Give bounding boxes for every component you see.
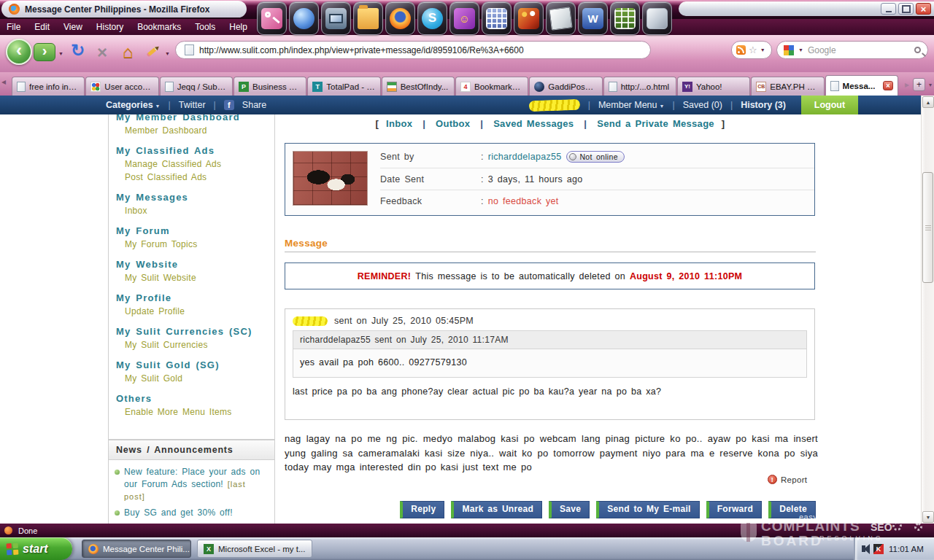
tab-user-account[interactable]: User account	[85, 77, 158, 96]
report-link[interactable]: Report	[768, 475, 807, 484]
scroll-up-icon[interactable]	[922, 96, 934, 108]
menu-help[interactable]: Help	[229, 22, 247, 32]
member-menu[interactable]: Member Menu	[598, 100, 665, 110]
sidebar-link-inbox[interactable]: Inbox	[125, 206, 267, 216]
google-icon[interactable]	[784, 45, 794, 55]
volume-icon[interactable]	[862, 545, 865, 552]
start-button[interactable]: start	[0, 537, 72, 560]
tab-jeqq[interactable]: Jeqq / Subm...	[160, 77, 233, 96]
tab-free-info[interactable]: free info ind...	[12, 77, 85, 96]
news-item[interactable]: Buy SG and get 30% off!	[115, 507, 269, 519]
feed-dropdown-icon[interactable]	[760, 47, 765, 52]
menu-history[interactable]: History	[96, 22, 123, 32]
cube-icon[interactable]	[642, 1, 672, 35]
saved-link[interactable]: Saved (0)	[683, 100, 722, 110]
excel-icon[interactable]	[610, 1, 640, 35]
sidebar-link-enable-more[interactable]: Enable More Menu Items	[125, 407, 267, 417]
tab-scroll-left-icon[interactable]	[1, 77, 6, 87]
page-scrollbar[interactable]	[921, 96, 934, 524]
bookmark-star-icon[interactable]	[749, 44, 757, 55]
notes-icon[interactable]	[546, 1, 576, 35]
calculator-icon[interactable]	[482, 1, 512, 35]
folder-icon[interactable]	[353, 1, 383, 35]
save-button[interactable]: Save	[549, 501, 590, 518]
url-bar[interactable]: http://www.sulit.com.ph/index.php/view+p…	[175, 41, 651, 59]
sidebar-link-sulit-gold[interactable]: My Sulit Gold	[125, 373, 267, 384]
search-engine-dropdown-icon[interactable]	[798, 47, 803, 52]
tab-close-icon[interactable]	[883, 81, 893, 90]
url-text[interactable]: http://www.sulit.com.ph/index.php/view+p…	[199, 45, 524, 55]
search-bar[interactable]: Google	[776, 41, 928, 59]
restore-button[interactable]	[898, 3, 914, 15]
scrollbar-thumb[interactable]	[922, 172, 933, 283]
display-icon[interactable]	[321, 1, 351, 35]
tab-bestofindy[interactable]: BestOfIndy...	[382, 77, 455, 96]
tab-scroll-right-icon[interactable]	[905, 79, 909, 90]
new-tab-button[interactable]	[913, 78, 925, 91]
stop-button[interactable]	[97, 42, 107, 63]
skype-icon[interactable]	[417, 1, 447, 35]
menu-edit[interactable]: Edit	[34, 22, 50, 32]
logout-button[interactable]: Logout	[801, 96, 858, 114]
taskbar-item-firefox[interactable]: Message Center Phili...	[82, 540, 191, 558]
sidebar-link-post-ads[interactable]: Post Classified Ads	[125, 172, 267, 182]
access-key-icon[interactable]	[257, 1, 287, 35]
saved-messages-link[interactable]: Saved Messages	[493, 118, 574, 129]
sidebar-link-member-dashboard[interactable]: Member Dashboard	[125, 125, 267, 136]
taskbar-item-excel[interactable]: Microsoft Excel - my t...	[197, 540, 312, 558]
sidebar-link-update-profile[interactable]: Update Profile	[125, 306, 267, 316]
tab-yahoo[interactable]: Yahoo!	[677, 77, 750, 96]
tab-totalpad[interactable]: TotalPad - S...	[307, 77, 380, 96]
menu-bookmarks[interactable]: Bookmarks	[137, 22, 181, 32]
menu-file[interactable]: File	[7, 22, 20, 32]
paint-icon[interactable]	[514, 1, 544, 35]
mark-as-unread-button[interactable]: Mark as Unread	[451, 501, 542, 518]
menu-view[interactable]: View	[63, 22, 82, 32]
facebook-icon[interactable]	[224, 100, 234, 110]
tab-bookmark4y[interactable]: Bookmark4Y...	[455, 77, 528, 96]
delete-button[interactable]: Delete	[768, 501, 816, 518]
forward-button[interactable]	[34, 43, 55, 61]
send-private-message-link[interactable]: Send a Private Message	[597, 118, 714, 129]
forward-button[interactable]: Forward	[706, 501, 762, 518]
sidebar-link-sulit-currencies[interactable]: My Sulit Currencies	[125, 340, 267, 350]
history-dropdown-icon[interactable]	[58, 51, 63, 56]
share-link[interactable]: Share	[242, 100, 266, 110]
inbox-link[interactable]: Inbox	[386, 118, 412, 129]
twitter-link[interactable]: Twitter	[179, 100, 206, 110]
word-icon[interactable]	[578, 1, 608, 35]
send-to-email-button[interactable]: Send to My E-mail	[596, 501, 699, 518]
sidebar-link-forum-topics[interactable]: My Forum Topics	[125, 239, 267, 249]
minimize-button[interactable]	[881, 3, 896, 15]
tab-gaddiposh[interactable]: GaddiPosh |...	[529, 77, 602, 96]
tab-html[interactable]: http:/...o.html	[603, 77, 676, 96]
menu-tools[interactable]: Tools	[195, 22, 215, 32]
sidebar-link-sulit-website[interactable]: My Sulit Website	[125, 273, 267, 283]
sender-username-link[interactable]: richarddelapaz55	[488, 152, 562, 162]
tab-message-center-active[interactable]: Messa...	[825, 75, 898, 96]
tab-ebay[interactable]: EBAY.PH an...	[751, 77, 824, 96]
reply-button[interactable]: Reply	[400, 501, 444, 518]
outbox-link[interactable]: Outbox	[436, 118, 470, 129]
close-button[interactable]	[916, 3, 931, 15]
sender-photo[interactable]	[293, 151, 368, 206]
rss-icon[interactable]	[736, 45, 746, 55]
search-icon[interactable]	[914, 47, 921, 53]
history-link[interactable]: History (3)	[741, 100, 786, 110]
tab-business[interactable]: Business Pla...	[234, 77, 306, 96]
sidebar-link-manage-ads[interactable]: Manage Classified Ads	[125, 159, 267, 169]
categories-menu[interactable]: Categories	[106, 100, 161, 110]
toolbar-dropdown-icon[interactable]	[165, 51, 170, 56]
list-all-tabs-icon[interactable]	[929, 82, 932, 88]
news-item[interactable]: New feature: Place your ads on our Forum…	[115, 466, 269, 503]
home-button[interactable]	[123, 42, 134, 62]
scroll-down-icon[interactable]	[922, 511, 934, 523]
antivirus-icon[interactable]	[873, 544, 884, 554]
back-button[interactable]	[6, 39, 32, 65]
firefox-dock-icon[interactable]	[385, 1, 415, 35]
reload-button[interactable]	[71, 41, 85, 61]
yahoo-messenger-icon[interactable]	[449, 1, 479, 35]
search-placeholder[interactable]: Google	[808, 45, 910, 55]
clock[interactable]: 11:01 AM	[889, 545, 924, 553]
network-globe-icon[interactable]	[289, 1, 319, 35]
